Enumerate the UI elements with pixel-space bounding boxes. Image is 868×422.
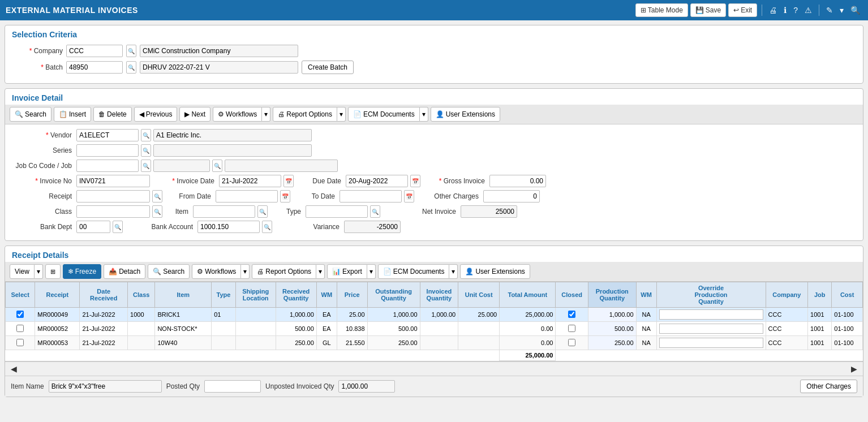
save-button[interactable]: 💾 Save — [690, 3, 726, 17]
receipt-ecm-button[interactable]: 📄 ECM Documents — [378, 264, 450, 279]
invoice-date-input[interactable] — [219, 175, 281, 187]
to-date-cal-button[interactable]: 📅 — [404, 190, 414, 203]
bank-dept-input[interactable] — [76, 221, 110, 233]
type-input[interactable] — [306, 205, 368, 218]
invoice-insert-button[interactable]: 📋 Insert — [54, 107, 91, 122]
freeze-button[interactable]: ❄ Freeze — [63, 264, 101, 279]
bank-dept-lookup-button[interactable]: 🔍 — [113, 221, 123, 233]
item-lookup-button[interactable]: 🔍 — [257, 205, 268, 218]
override-prod-qty-input[interactable] — [659, 309, 763, 320]
invoice-no-label: Invoice No — [12, 177, 74, 185]
receipt-lookup-button[interactable]: 🔍 — [152, 190, 162, 203]
invoice-ecm-dropdown[interactable]: ▾ — [420, 107, 428, 122]
vendor-lookup-button[interactable]: 🔍 — [141, 129, 151, 141]
override-prod-qty-input[interactable] — [659, 324, 763, 334]
invoice-no-input[interactable] — [76, 175, 150, 187]
invoice-next-button[interactable]: ▶ Next — [179, 107, 210, 122]
company-lookup-button[interactable]: 🔍 — [126, 45, 136, 57]
other-charges-input[interactable] — [483, 190, 540, 203]
exit-button[interactable]: ↩ Exit — [728, 3, 757, 17]
from-date-cal-button[interactable]: 📅 — [280, 190, 290, 203]
next-icon: ▶ — [184, 110, 190, 118]
insert-icon: 📋 — [59, 110, 67, 118]
cell-override-production-quantity[interactable] — [656, 336, 766, 350]
due-date-input[interactable] — [346, 175, 408, 187]
cell-total-amount: 0.00 — [500, 336, 556, 350]
job-input[interactable] — [153, 160, 210, 172]
scroll-right-button[interactable]: ▶ — [848, 363, 861, 374]
series-lookup-button[interactable]: 🔍 — [141, 144, 151, 157]
receipt-workflows-dropdown[interactable]: ▾ — [241, 264, 250, 279]
receipt-input[interactable] — [76, 190, 150, 203]
row-select-checkbox[interactable] — [16, 325, 24, 332]
invoice-date-cal-button[interactable]: 📅 — [283, 175, 294, 187]
detach-button[interactable]: 📤 Detach — [104, 264, 145, 279]
bank-account-lookup-button[interactable]: 🔍 — [262, 221, 272, 233]
receipt-report-options-button[interactable]: 🖨 Report Options — [252, 264, 316, 279]
posted-qty-input[interactable] — [204, 380, 261, 393]
receipt-ecm-dropdown[interactable]: ▾ — [449, 264, 458, 279]
cell-job: 1001 — [808, 308, 832, 322]
row-closed-checkbox[interactable] — [568, 311, 575, 318]
from-date-input[interactable] — [216, 190, 278, 203]
view-dropdown[interactable]: ▾ — [35, 264, 43, 279]
invoice-workflows-button[interactable]: ⚙ Workflows — [213, 107, 262, 122]
scroll-left-button[interactable]: ◀ — [7, 363, 20, 374]
receipt-search-button[interactable]: 🔍 Search — [148, 264, 190, 279]
due-date-cal-button[interactable]: 📅 — [410, 175, 420, 187]
print-icon-button[interactable]: 🖨 — [767, 5, 779, 16]
receipt-workflows-button[interactable]: ⚙ Workflows — [192, 264, 241, 279]
invoice-workflows-dropdown[interactable]: ▾ — [262, 107, 270, 122]
class-lookup-button[interactable]: 🔍 — [152, 205, 162, 218]
expand-button[interactable]: ⊞ — [45, 264, 61, 279]
company-input[interactable] — [66, 45, 123, 57]
cell-company: CCC — [766, 308, 808, 322]
invoice-user-extensions-button[interactable]: 👤 User Extensions — [431, 107, 500, 122]
info-icon-button[interactable]: ℹ — [781, 5, 789, 16]
invoice-report-options-dropdown[interactable]: ▾ — [337, 107, 346, 122]
job-lookup-button[interactable]: 🔍 — [212, 160, 222, 172]
cell-unit-cost — [458, 322, 500, 336]
receipt-report-options-dropdown[interactable]: ▾ — [316, 264, 325, 279]
edit-icon-button[interactable]: ✎ — [824, 5, 835, 16]
item-input[interactable] — [193, 205, 255, 218]
search-circle-icon-button[interactable]: 🔍 — [848, 5, 862, 16]
job-code-input[interactable] — [76, 160, 139, 172]
invoice-search-button[interactable]: 🔍 Search — [10, 107, 51, 122]
job-code-lookup-button[interactable]: 🔍 — [141, 160, 151, 172]
invoice-ecm-documents-button[interactable]: 📄 ECM Documents — [348, 107, 420, 122]
series-input[interactable] — [76, 144, 139, 157]
gross-invoice-input[interactable] — [489, 175, 546, 187]
row-closed-checkbox[interactable] — [568, 339, 575, 346]
view-button[interactable]: View — [10, 264, 35, 279]
dropdown-icon-button[interactable]: ▾ — [837, 5, 846, 16]
help-icon-button[interactable]: ? — [791, 5, 800, 16]
row-select-checkbox[interactable] — [16, 311, 24, 318]
batch-lookup-button[interactable]: 🔍 — [126, 61, 136, 74]
warning-icon-button[interactable]: ⚠ — [802, 5, 814, 16]
other-charges-button[interactable]: Other Charges — [800, 380, 857, 393]
header-divider — [762, 5, 762, 16]
create-batch-button[interactable]: Create Batch — [302, 61, 354, 74]
receipt-report-options-group: 🖨 Report Options ▾ — [252, 264, 325, 279]
batch-input[interactable] — [66, 61, 123, 74]
export-button[interactable]: 📊 Export — [327, 264, 367, 279]
type-lookup-button[interactable]: 🔍 — [370, 205, 380, 218]
vendor-input[interactable] — [76, 129, 139, 141]
export-dropdown[interactable]: ▾ — [367, 264, 376, 279]
cell-override-production-quantity[interactable] — [656, 322, 766, 336]
row-closed-checkbox[interactable] — [568, 325, 575, 332]
invoice-previous-button[interactable]: ◀ Previous — [134, 107, 178, 122]
receipt-user-extensions-button[interactable]: 👤 User Extensions — [460, 264, 530, 279]
table-mode-button[interactable]: ⊞ Table Mode — [635, 3, 688, 17]
invoice-report-options-button[interactable]: 🖨 Report Options — [273, 107, 337, 122]
override-prod-qty-input[interactable] — [659, 338, 763, 348]
class-input[interactable] — [76, 205, 150, 218]
receipt-table-scroll[interactable]: Select Receipt DateReceived Class Item T… — [5, 282, 863, 361]
row-select-checkbox[interactable] — [16, 339, 24, 346]
workflows-group: ⚙ Workflows ▾ — [213, 107, 270, 122]
cell-override-production-quantity[interactable] — [656, 308, 766, 322]
bank-account-input[interactable] — [197, 221, 260, 233]
to-date-input[interactable] — [340, 190, 402, 203]
invoice-delete-button[interactable]: 🗑 Delete — [93, 107, 132, 122]
